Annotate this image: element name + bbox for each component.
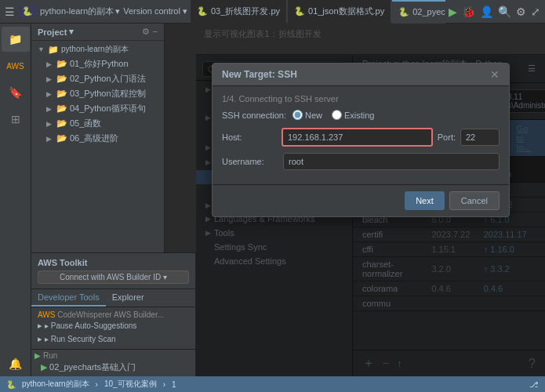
tree-arrow: ▶ [46,60,54,68]
profile-icon[interactable]: 👤 [480,5,493,18]
ssh-radio-new-input[interactable] [292,110,303,120]
left-panel: Project ▾ ⚙ − ▼ 📁 python-learn的副本 [31,24,196,376]
cw-arrow-0: ▸ [38,321,42,331]
ssh-radio-new[interactable]: New [292,110,322,120]
tree-item-4[interactable]: ▶ 📂 05_函数 [31,116,164,131]
project-label: Project [38,27,67,37]
top-bar: ☰ 🐍 python-learn的副本 ▾ Version control ▾ … [0,0,545,24]
tree-item-0[interactable]: ▶ 📂 01_你好Python [31,56,164,71]
ssh-radio-new-label: New [305,111,322,120]
tree-item-2[interactable]: ▶ 📂 03_Python流程控制 [31,86,164,101]
project-panel-header: Project ▾ ⚙ − [31,24,164,41]
file-icon: 🐍 [294,6,305,16]
file-icon: 🐍 [398,7,409,17]
status-right: ⎇ [529,380,539,389]
aws-label: AWS Toolkit [38,258,189,267]
ssh-dialog-overlay: New Target: SSH ✕ 1/4. Connecting to SSH… [196,55,545,376]
cw-item-0[interactable]: ▸ ▸ Pause Auto-Suggestions [38,319,189,332]
menu-icon[interactable]: ☰ [5,5,15,18]
settings-overlay: ▶ Appearance & Behavior ▶ Keymap ▶ Edito… [196,55,545,376]
tree-item-3[interactable]: ▶ 📂 04_Python循环语句 [31,101,164,116]
ssh-modal-title: New Target: SSH [222,69,297,80]
app-window: ☰ 🐍 python-learn的副本 ▾ Version control ▾ … [0,0,545,392]
sidebar-aws-icon[interactable]: AWS [2,53,30,78]
file-tab-2[interactable]: 🐍 02_pyecharts基础入门.py [392,0,445,24]
username-row: Username: [222,153,500,170]
status-sep: › [96,380,98,389]
search-icon[interactable]: 🔍 [498,5,511,18]
codewhisperer-section: AWS CodeWhisperer AWS Builder... ▸ ▸ Pau… [31,307,195,349]
project-title: Project ▾ [38,27,74,37]
run-label: ▶ Run [35,351,192,360]
project-tree: ▼ 📁 python-learn的副本 ▶ 📂 01_你好Python ▶ 📂 [31,41,164,252]
run-tab-icon: ▶ [41,362,47,372]
ssh-radio-existing-input[interactable] [332,110,342,120]
host-port-row: Host: Port: [222,128,500,147]
ssh-radio-group: New Existing [292,110,375,120]
file-tab-0[interactable]: 🐍 03_折线图开发.py [191,0,287,24]
tree-arrow: ▶ [46,75,54,83]
ssh-modal-body: 1/4. Connecting to SSH server SSH connec… [213,86,509,184]
status-bar: 🐍 python-learn的副本 › 10_可视化案例 › 1 ⎇ [0,376,545,392]
next-button[interactable]: Next [405,191,445,210]
file-tab-1[interactable]: 🐍 01_json数据格式.py [288,0,391,24]
settings-icon[interactable]: ⚙ [516,5,526,18]
tree-arrow: ▶ [46,120,54,128]
version-control-btn[interactable]: Version control ▾ [123,6,187,16]
status-example[interactable]: 10_可视化案例 [104,379,157,390]
username-input[interactable] [283,153,500,170]
sidebar-bookmark-icon[interactable]: 🔖 [2,80,30,105]
ssh-modal-header: New Target: SSH ✕ [213,64,509,86]
folder-icon: 📂 [56,89,67,99]
editor-preview: 显示可视化图表1：折线图开发 [196,24,545,55]
tree-root[interactable]: ▼ 📁 python-learn的副本 [31,42,164,56]
status-project-name[interactable]: python-learn的副本 [22,379,89,390]
debug-icon[interactable]: 🐞 [462,5,475,18]
folder-icon: 📁 [48,45,59,55]
tab-explorer[interactable]: Explorer [106,289,151,307]
tree-item-label-1: 02_Python入门语法 [70,73,146,85]
tree-arrow: ▼ [38,45,45,53]
ssh-radio-existing-label: Existing [344,111,375,120]
tab-developer-tools[interactable]: Developer Tools [31,289,106,307]
icon-sidebar: 📁 AWS 🔖 ⊞ 🔔 [0,24,31,376]
cancel-button[interactable]: Cancel [449,191,500,210]
ssh-connection-row: SSH connection: New Existing [222,110,500,120]
top-bar-left: ☰ 🐍 python-learn的副本 ▾ Version control ▾ [5,5,187,18]
dev-tools-tabs: Developer Tools Explorer [31,289,195,307]
sidebar-project-icon[interactable]: 📁 [2,27,30,52]
status-project: 🐍 [6,380,16,389]
project-name-tab[interactable]: python-learn的副本 ▾ [40,5,120,17]
host-input[interactable] [282,128,433,147]
git-icon[interactable]: ⎇ [529,380,539,389]
status-number: 1 [172,380,176,389]
sidebar-notifications-icon[interactable]: 🔔 [2,351,30,376]
cw-aws-icon: AWS [38,310,55,319]
expand-icon[interactable]: ⤢ [531,5,540,18]
gear-icon[interactable]: ⚙ [142,27,150,37]
dev-tools-panel: Developer Tools Explorer AWS CodeWhisper… [31,289,196,376]
tree-item-label-2: 03_Python流程控制 [70,88,146,100]
hide-icon[interactable]: − [153,27,158,37]
ssh-close-button[interactable]: ✕ [490,68,500,81]
tree-arrow: ▶ [46,90,54,98]
run-icon[interactable]: ▶ [449,5,457,18]
status-sep2: › [163,380,165,389]
run-tab-item[interactable]: ▶ 02_pyecharts基础入门 [35,360,192,375]
cw-label: AWS CodeWhisperer AWS Builder... [38,310,189,319]
folder-icon: 📂 [56,74,67,84]
port-input[interactable] [460,129,500,146]
ssh-radio-existing[interactable]: Existing [332,110,375,120]
tree-item-label-0: 01_你好Python [70,58,129,70]
sidebar-structure-icon[interactable]: ⊞ [2,107,30,132]
folder-icon: 📂 [56,103,67,114]
cw-item-1[interactable]: ▸ ▸ Run Security Scan [38,332,189,346]
aws-connect-button[interactable]: Connect with AWS Builder ID ▾ [38,270,189,284]
folder-icon: 📂 [56,133,67,143]
project-panel-actions: ⚙ − [142,27,158,37]
tree-item-1[interactable]: ▶ 📂 02_Python入门语法 [31,71,164,86]
tree-item-5[interactable]: ▶ 📂 06_高级进阶 [31,131,164,146]
folder-icon: 📂 [56,59,67,69]
ssh-modal: New Target: SSH ✕ 1/4. Connecting to SSH… [212,63,510,217]
cw-arrow-1: ▸ [38,334,42,344]
